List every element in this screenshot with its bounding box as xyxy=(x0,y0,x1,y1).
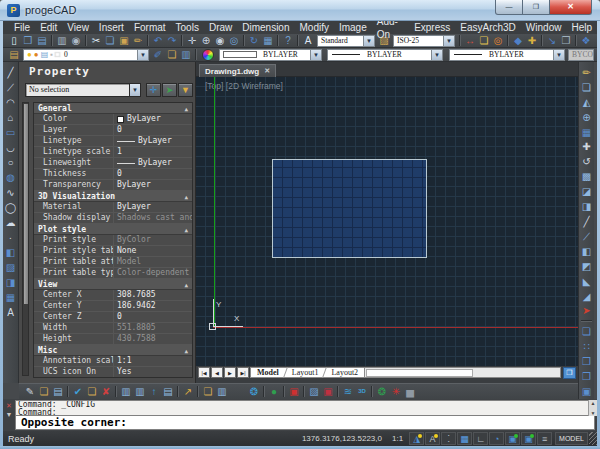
pan-icon[interactable]: ✛ xyxy=(185,34,199,47)
blend-icon[interactable]: ◢ xyxy=(579,289,594,304)
menu-draw[interactable]: Draw xyxy=(204,21,237,34)
text-style-combo[interactable]: Standard ▼ xyxy=(317,35,375,47)
tab-layout2[interactable]: Layout2 xyxy=(325,368,364,377)
layout-nav-1[interactable]: ◀ xyxy=(211,367,223,378)
rotate-icon[interactable]: ↺ xyxy=(579,154,594,169)
break-icon[interactable]: ⟋ xyxy=(579,229,594,244)
dim-angular-icon[interactable]: ◆ xyxy=(511,34,525,47)
menu-help[interactable]: Help xyxy=(566,21,597,34)
layout-nav-0[interactable]: |◀ xyxy=(198,367,210,378)
render-icon[interactable]: ❂ xyxy=(247,385,261,398)
layer-translate-icon[interactable]: ❏ xyxy=(85,385,99,398)
print-2-icon[interactable]: ▥ xyxy=(133,385,147,398)
menu-view[interactable]: View xyxy=(62,21,94,34)
transparency-toggle[interactable]: ▣ xyxy=(521,432,536,445)
dim-continue-icon[interactable]: ❐ xyxy=(559,34,573,47)
menu-insert[interactable]: Insert xyxy=(94,21,129,34)
menu-edit[interactable]: Edit xyxy=(35,21,62,34)
edit-hatch-icon[interactable]: ▣ xyxy=(579,384,594,399)
property-value[interactable]: Model xyxy=(114,257,192,267)
dim-center-icon[interactable]: ❖ xyxy=(579,34,593,47)
coordinates-display[interactable]: 1376.3176,123.5223,0 xyxy=(302,434,382,443)
snap-toggle[interactable]: ⁚ xyxy=(441,432,456,445)
join-icon[interactable]: ◧ xyxy=(579,244,594,259)
text-style-icon[interactable]: A xyxy=(301,34,315,47)
close-icon[interactable]: ✕ xyxy=(264,67,270,75)
save-icon[interactable]: ▤ xyxy=(35,34,49,47)
trim-icon[interactable]: ◨ xyxy=(579,199,594,214)
erase-icon[interactable]: ✏ xyxy=(579,65,594,80)
etransmit-icon[interactable]: ↗ xyxy=(181,385,195,398)
offset-icon[interactable]: ⊕ xyxy=(579,110,594,125)
zoom-in-icon[interactable]: ⊕ xyxy=(199,34,213,47)
mirror-icon[interactable]: ◭ xyxy=(579,95,594,110)
property-value[interactable]: ByLayer xyxy=(114,136,192,146)
table-icon[interactable]: ▦ xyxy=(3,290,18,305)
property-value[interactable]: 1 xyxy=(114,147,192,157)
color-combo[interactable]: BYLAYER ▼ xyxy=(219,49,322,61)
hatch-icon[interactable]: ▨ xyxy=(3,260,18,275)
property-value[interactable]: 0 xyxy=(114,169,192,179)
export-icon[interactable]: ↑ xyxy=(147,385,161,398)
command-history-scrollbar[interactable]: ▲▼ xyxy=(588,400,597,416)
arc-icon[interactable]: ◠ xyxy=(3,95,18,110)
page-setup-icon[interactable]: ❏ xyxy=(37,385,51,398)
statistics-icon[interactable]: ▅ xyxy=(403,385,417,398)
property-value[interactable]: ByLayer xyxy=(114,180,192,190)
property-value[interactable]: 430.7588 xyxy=(114,334,192,344)
copy-object-icon[interactable]: ❏ xyxy=(579,80,594,95)
section-header-general[interactable]: General▲ xyxy=(34,103,192,114)
publish-web-icon[interactable]: ● xyxy=(267,385,281,398)
layer-states-icon[interactable]: ▥ xyxy=(179,48,193,61)
dim-aligned-icon[interactable]: ❏ xyxy=(477,34,491,47)
collapse-icon[interactable]: ▲ xyxy=(184,193,188,200)
ungroup-icon[interactable]: ∷ xyxy=(579,339,594,354)
new-icon[interactable]: ▯ xyxy=(7,34,21,47)
chevron-down-icon[interactable]: ▼ xyxy=(310,50,321,60)
chevron-down-icon[interactable]: ▼ xyxy=(130,83,141,97)
scrollbar-thumb[interactable] xyxy=(24,104,28,304)
spline-icon[interactable]: ∿ xyxy=(3,185,18,200)
match-properties-icon[interactable]: ✏ xyxy=(131,34,145,47)
cut-icon[interactable]: ✂ xyxy=(89,34,103,47)
mtext-icon[interactable]: A xyxy=(3,305,18,320)
title-bar[interactable]: P progeCAD —❐✕ xyxy=(0,0,600,21)
rectangle-icon[interactable]: ▭ xyxy=(3,125,18,140)
import-icon[interactable]: ▤ xyxy=(161,385,175,398)
select-objects-button[interactable]: ➤ xyxy=(162,83,177,97)
property-value[interactable]: Yes xyxy=(114,367,192,377)
scrollbar-thumb[interactable] xyxy=(366,369,473,377)
linetype-combo[interactable]: BYLAYER ▼ xyxy=(327,49,443,61)
gradient-icon[interactable]: ◨ xyxy=(3,275,18,290)
viewport-corner-icon[interactable]: ❐ xyxy=(563,367,576,379)
open-icon[interactable]: ❒ xyxy=(21,34,35,47)
annotation-scale-display[interactable]: 1:1 xyxy=(392,434,403,443)
layout-nav-2[interactable]: ▶ xyxy=(224,367,236,378)
chevron-down-icon[interactable]: ▼ xyxy=(553,50,564,60)
layout-view-icon[interactable]: ▦ xyxy=(261,34,275,47)
arc-3point-icon[interactable]: ◡ xyxy=(3,140,18,155)
property-value[interactable]: ByLayer xyxy=(114,114,192,124)
section-header-misc[interactable]: Misc▲ xyxy=(34,345,192,356)
hyperlink-2-icon[interactable]: ▥ xyxy=(215,385,229,398)
polygon-icon[interactable]: ⌂ xyxy=(3,110,18,125)
paste-icon[interactable]: ▣ xyxy=(117,34,131,47)
pdf-underlay-icon[interactable]: ▣ xyxy=(321,385,335,398)
tab-model[interactable]: Model xyxy=(251,368,285,377)
collapse-icon[interactable]: ▲ xyxy=(184,105,188,112)
property-value[interactable]: ByLayer xyxy=(114,202,192,212)
stretch-icon[interactable]: ◪ xyxy=(579,184,594,199)
edit-polyline-icon[interactable]: ❐ xyxy=(579,354,594,369)
explode-icon[interactable]: ➤ xyxy=(579,304,594,319)
plot-style-icon[interactable]: ✎ xyxy=(23,385,37,398)
command-input[interactable]: Opposite corner: xyxy=(15,416,595,430)
property-value[interactable]: ByColor xyxy=(114,235,192,245)
plot-icon[interactable]: ▤ xyxy=(51,385,65,398)
dwf-export-icon[interactable]: ≋ xyxy=(341,385,355,398)
insert-block-icon[interactable]: ◧ xyxy=(3,245,18,260)
property-value[interactable]: None xyxy=(114,246,192,256)
fillet-icon[interactable]: ◣ xyxy=(579,274,594,289)
point-icon[interactable]: ∙ xyxy=(3,230,18,245)
menu-format[interactable]: Format xyxy=(129,21,171,34)
ortho-toggle[interactable]: ∟ xyxy=(473,432,488,445)
